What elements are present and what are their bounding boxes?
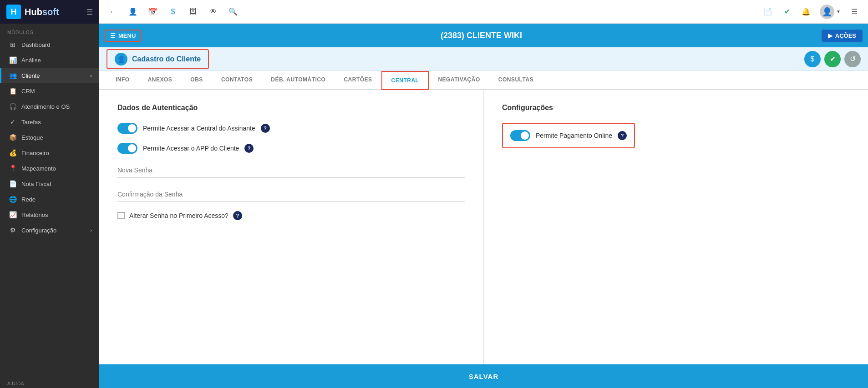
toggle-central-switch[interactable] [117,123,137,134]
confirmacao-senha-field [117,187,465,202]
image-icon-button[interactable]: 🖼 [185,4,201,20]
configuracoes-section-title: Configurações [502,104,850,112]
sidebar-item-label: Atendimento e OS [21,103,70,110]
pagamento-online-label: Permite Pagamento Online [536,132,612,139]
toggle-app-help-icon[interactable]: ? [244,144,254,153]
alterar-senha-help-icon[interactable]: ? [233,211,242,220]
avatar-button[interactable]: 👤 ▼ [817,3,843,21]
toggle-app-label: Permite Acessar o APP do Cliente [143,145,239,152]
content-area: Dados de Autenticação Permite Acessar a … [99,90,868,364]
user-icon-button[interactable]: 👤 [125,4,141,20]
sidebar-toggle-icon[interactable]: ☰ [86,8,93,16]
topbar: ← 👤 📅 $ 🖼 👁 🔍 📄 ✔ 🔔 👤 ▼ ☰ [99,0,868,24]
search-icon-button[interactable]: 🔍 [225,4,241,20]
tab-negativacao[interactable]: NEGATIVAÇÃO [429,71,489,89]
autenticacao-section-title: Dados de Autenticação [117,104,465,112]
alterar-senha-row: Alterar Senha no Primeiro Acesso? ? [117,211,465,220]
acoes-arrow-icon: ▶ [828,32,832,39]
sidebar-item-financeiro[interactable]: 💰 Financeiro [0,145,99,161]
nova-senha-input[interactable] [117,163,465,178]
sidebar-item-tarefas[interactable]: ✓ Tarefas [0,114,99,130]
avatar: 👤 [820,5,834,19]
sidebar-item-label: Nota Fiscal [21,181,51,187]
tab-info[interactable]: INFO [107,71,139,89]
tab-anexos[interactable]: ANEXOS [139,71,182,89]
cadastro-title: Cadastro do Cliente [132,55,201,63]
bell-icon-button[interactable]: 🔔 [798,4,814,20]
topbar-right: 📄 ✔ 🔔 👤 ▼ ☰ [760,3,863,21]
toggle-row-central: Permite Acessar a Central do Assinante ? [117,123,465,134]
chevron-right-icon: › [90,73,92,78]
toggle-central-help-icon[interactable]: ? [261,124,270,133]
eye-icon-button[interactable]: 👁 [205,4,221,20]
tab-central[interactable]: CENTRAL [381,71,429,90]
tab-consultas[interactable]: CONSULTAS [489,71,543,89]
tab-contatos[interactable]: CONTATOS [212,71,262,89]
tarefas-icon: ✓ [9,118,17,126]
sidebar-item-cliente[interactable]: 👥 Cliente › [0,68,99,83]
sidebar-item-label: Análise [21,57,41,64]
modules-label: MÓDULOS [0,24,99,37]
tab-cartoes[interactable]: CARTÕES [335,71,381,89]
atendimento-icon: 🎧 [9,103,17,110]
sidebar-item-estoque[interactable]: 📦 Estoque [0,130,99,145]
configuracoes-panel: Configurações Permite Pagamento Online ? [484,90,868,364]
acoes-button[interactable]: ▶ AÇÕES [822,30,863,42]
acoes-label: AÇÕES [835,32,856,39]
menu-icon: ☰ [110,32,116,39]
sidebar-item-nota-fiscal[interactable]: 📄 Nota Fiscal [0,176,99,191]
tab-deb-automatico[interactable]: DÉB. AUTOMÁTICO [262,71,335,89]
rede-icon: 🌐 [9,196,17,203]
page-title: (2383) CLIENTE WIKI [146,31,817,40]
toggle-row-app: Permite Acessar o APP do Cliente ? [117,143,465,154]
sidebar-item-rede[interactable]: 🌐 Rede [0,191,99,207]
sidebar-item-label: Cliente [21,72,40,79]
sidebar-item-mapeamento[interactable]: 📍 Mapeamento [0,161,99,176]
back-button[interactable]: ← [105,4,121,20]
sidebar-item-crm[interactable]: 📋 CRM [0,83,99,99]
sidebar-item-configuracao[interactable]: ⚙ Configuração › [0,222,99,238]
dollar-icon-button[interactable]: $ [165,4,181,20]
tab-obs[interactable]: OBS [181,71,212,89]
financeiro-icon: 💰 [9,149,17,156]
cliente-icon: 👥 [9,72,17,79]
toggle-app-switch[interactable] [117,143,137,154]
sidebar-item-label: Financeiro [21,150,49,156]
relatorios-icon: 📈 [9,211,17,218]
sidebar-item-relatorios[interactable]: 📈 Relatórios [0,207,99,222]
sidebar-item-label: Dashboard [21,41,51,48]
document-icon-button[interactable]: 📄 [760,4,776,20]
autenticacao-panel: Dados de Autenticação Permite Acessar a … [99,90,484,364]
pagamento-online-help-icon[interactable]: ? [618,131,627,140]
logo-icon: H [6,5,21,19]
save-bar: SALVAR [99,364,868,388]
dollar-action-button[interactable]: $ [804,51,821,67]
toggle-central-label: Permite Acessar a Central do Assinante [143,125,255,132]
confirmacao-senha-input[interactable] [117,187,465,202]
menu-button[interactable]: ☰ MENU [105,30,141,42]
menu-label: MENU [118,32,136,39]
dashboard-icon: ⊞ [9,41,17,48]
refresh-action-button[interactable]: ↺ [844,51,861,67]
page-header: ☰ MENU (2383) CLIENTE WIKI ▶ AÇÕES [99,24,868,47]
check-icon-button[interactable]: ✔ [779,4,795,20]
sidebar-item-analise[interactable]: 📊 Análise [0,52,99,68]
avatar-dropdown-icon: ▼ [836,9,841,14]
nota-fiscal-icon: 📄 [9,180,17,187]
sidebar-item-dashboard[interactable]: ⊞ Dashboard [0,37,99,52]
sidebar-item-atendimento[interactable]: 🎧 Atendimento e OS [0,99,99,114]
help-label: AJUDA [0,375,99,388]
hamburger-icon-button[interactable]: ☰ [846,4,863,20]
person-icon: 👤 [115,53,127,66]
chevron-right-icon: › [90,227,92,233]
logo-text: Hubsoft [25,7,59,17]
calendar-icon-button[interactable]: 📅 [145,4,161,20]
save-button[interactable]: SALVAR [99,364,868,388]
mapeamento-icon: 📍 [9,165,17,172]
nova-senha-field [117,163,465,178]
estoque-icon: 📦 [9,134,17,141]
check-action-button[interactable]: ✔ [824,51,841,67]
alterar-senha-checkbox[interactable] [117,212,125,219]
pagamento-online-switch[interactable] [510,130,530,141]
cadastro-header-actions: $ ✔ ↺ [804,51,861,67]
